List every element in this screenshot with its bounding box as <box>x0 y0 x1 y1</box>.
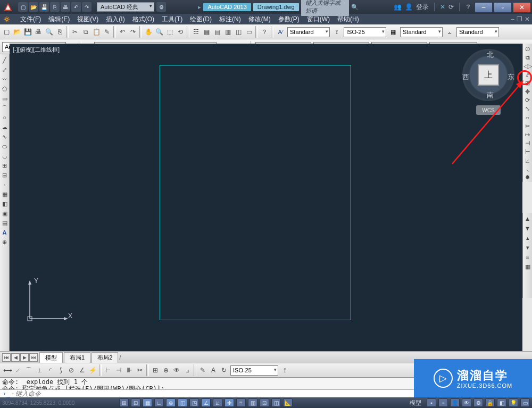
menu-file[interactable]: 文件(F) <box>20 15 41 24</box>
markup-icon[interactable]: ◫ <box>233 26 244 38</box>
region-icon[interactable]: ▣ <box>1 209 9 218</box>
workspace-dropdown[interactable]: AutoCAD 经典 <box>97 2 154 12</box>
dimupdate-icon[interactable]: ↻ <box>219 364 229 376</box>
save-icon[interactable]: 💾 <box>22 26 33 38</box>
viewcube-e[interactable]: 东 <box>508 72 514 82</box>
undo-icon[interactable]: ↶ <box>117 26 128 38</box>
dimjogline-icon[interactable]: ⟓ <box>182 364 193 376</box>
makeblock-icon[interactable]: ⊟ <box>1 171 9 179</box>
dimang-icon[interactable]: ∠ <box>77 364 87 376</box>
help-icon[interactable]: ？ <box>465 3 471 12</box>
properties-icon[interactable]: ☷ <box>190 26 201 38</box>
help-search-field[interactable]: 键入关键字或短语 <box>301 0 349 16</box>
centermark-icon[interactable]: ⊕ <box>161 364 171 376</box>
dimtedit-icon[interactable]: A <box>208 364 219 376</box>
menu-parametric[interactable]: 参数(P) <box>278 15 300 24</box>
menu-dimension[interactable]: 标注(N) <box>219 15 241 24</box>
sb-ortho-icon[interactable]: ∟ <box>154 398 164 407</box>
preview-icon[interactable]: 🔍 <box>44 26 54 38</box>
qat-undo-icon[interactable]: ↶ <box>71 2 81 12</box>
zoom-prev-icon[interactable]: ⟲ <box>175 26 186 38</box>
sb-layout-icon[interactable]: ▪ <box>427 398 436 407</box>
qat-plot-icon[interactable]: 🖶 <box>61 2 70 12</box>
viewcube-top-face[interactable]: 上 <box>478 64 499 86</box>
tab-next-icon[interactable]: ▶ <box>20 353 29 362</box>
gradient-icon[interactable]: ◧ <box>1 199 9 208</box>
model-space-button[interactable]: 模型 <box>406 399 425 407</box>
dimaligned-icon[interactable]: ⟋ <box>13 364 23 376</box>
xline-icon[interactable]: ⤢ <box>1 65 9 74</box>
pan-icon[interactable]: ✋ <box>143 26 154 38</box>
minimize-button[interactable]: – <box>475 2 493 13</box>
sb-quickview-icon[interactable]: ▫ <box>438 398 448 407</box>
textstyle-dropdown[interactable]: Standard <box>287 27 330 37</box>
qat-gear-icon[interactable]: ⚙ <box>156 2 166 12</box>
tolerance-icon[interactable]: ⊞ <box>150 364 161 376</box>
trim-icon[interactable]: ✂ <box>523 122 532 130</box>
new-icon[interactable]: ▢ <box>1 26 12 38</box>
tablestyle-icon[interactable]: ▦ <box>387 26 399 38</box>
qat-saveas-icon[interactable]: ⎘ <box>50 2 60 12</box>
sb-isolate-icon[interactable]: 💡 <box>509 398 518 407</box>
mlstyle-icon[interactable]: ⫠ <box>444 26 455 38</box>
sb-grid-icon[interactable]: ▦ <box>143 398 152 407</box>
stretch-icon[interactable]: ↔ <box>523 114 532 121</box>
addselected-icon[interactable]: ⊕ <box>1 238 9 246</box>
copy2-icon[interactable]: ⧉ <box>523 54 532 61</box>
erase-icon[interactable]: ∅ <box>523 45 532 53</box>
insertblock-icon[interactable]: ⊞ <box>1 161 9 170</box>
join-icon[interactable]: ⊢ <box>523 148 532 156</box>
do-under-icon[interactable]: ▾ <box>523 243 532 252</box>
sb-sc-icon[interactable]: ◫ <box>271 398 281 407</box>
qat-redo-icon[interactable]: ↷ <box>82 2 92 12</box>
dimarc-icon[interactable]: ⌒ <box>23 364 34 376</box>
plot-icon[interactable]: 🖶 <box>33 26 44 38</box>
break-icon[interactable]: ⊣ <box>523 139 532 147</box>
sb-snap-icon[interactable]: ⊡ <box>131 398 140 407</box>
tab-layout2[interactable]: 布局2 <box>92 352 118 363</box>
redo-icon[interactable]: ↷ <box>128 26 138 38</box>
search-icon[interactable]: 🔍 <box>351 4 359 11</box>
status-coordinates[interactable]: 3094.8734, 1255.8223, 0.0000 <box>2 400 119 406</box>
dimstyle-icon2[interactable]: ⟟ <box>279 364 290 376</box>
sb-qp-icon[interactable]: ⊡ <box>260 398 269 407</box>
sb-annoviz-icon[interactable]: 👁 <box>462 398 471 407</box>
explode-icon[interactable]: ✸ <box>523 174 532 181</box>
menu-view[interactable]: 视图(V) <box>77 15 98 24</box>
paste-icon[interactable]: 📋 <box>91 26 102 38</box>
sb-hw-icon[interactable]: ◧ <box>497 398 506 407</box>
rectangle-icon[interactable]: ▭ <box>1 94 9 103</box>
revcloud-icon[interactable]: ☁ <box>1 123 9 131</box>
cut-icon[interactable]: ✂ <box>70 26 80 38</box>
tab-first-icon[interactable]: ⏮ <box>2 353 11 362</box>
viewcube-n[interactable]: 北 <box>487 50 494 60</box>
arc-icon[interactable]: ⌒ <box>1 104 9 112</box>
qdim-icon[interactable]: ⚡ <box>87 364 98 376</box>
help2-icon[interactable]: ？ <box>259 26 270 38</box>
point-icon[interactable]: · <box>1 180 9 189</box>
maximize-button[interactable]: ▫ <box>494 2 512 13</box>
signin-icon[interactable]: 👤 <box>405 3 413 11</box>
open-icon[interactable]: 📂 <box>12 26 22 38</box>
zoom-rt-icon[interactable]: 🔍 <box>154 26 164 38</box>
dimord-icon[interactable]: ⟂ <box>34 364 45 376</box>
menu-insert[interactable]: 插入(I) <box>106 15 124 24</box>
do-front-icon[interactable]: ▲ <box>523 214 532 223</box>
dimrad-icon[interactable]: ◜ <box>45 364 55 376</box>
sb-lock-icon[interactable]: 🔒 <box>485 398 495 407</box>
hatch-icon[interactable]: ▦ <box>1 190 9 198</box>
drawing-area[interactable]: [-][俯视][二维线框] Y X <box>10 44 522 351</box>
dimstyle-dropdown[interactable]: ISO-25 <box>344 27 386 37</box>
polygon-icon[interactable]: ⬠ <box>1 85 9 93</box>
sb-dyn-icon[interactable]: ✚ <box>225 398 234 407</box>
viewcube-s[interactable]: 南 <box>487 90 494 100</box>
tab-last-icon[interactable]: ⏭ <box>29 353 38 362</box>
sb-am-icon[interactable]: 📐 <box>283 398 293 407</box>
menu-draw[interactable]: 绘图(D) <box>190 15 212 24</box>
matchprop-icon[interactable]: ✎ <box>102 26 112 38</box>
qat-save-icon[interactable]: 💾 <box>39 2 49 12</box>
app-menu-button[interactable] <box>0 0 16 14</box>
sync-icon[interactable]: ⟳ <box>448 3 454 11</box>
qat-open-icon[interactable]: 📂 <box>29 2 38 12</box>
spline-icon[interactable]: ∿ <box>1 132 9 141</box>
